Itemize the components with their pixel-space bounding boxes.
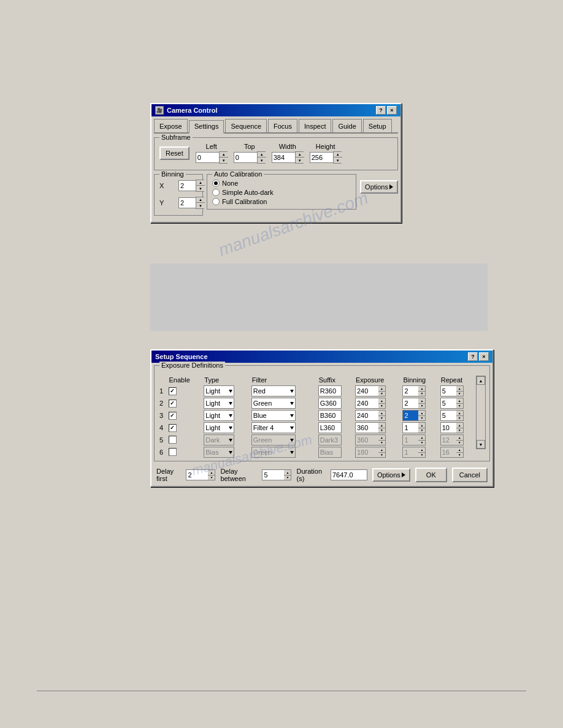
camera-help-button[interactable]: ? <box>376 106 386 115</box>
row-1-filter-dropdown[interactable]: Green <box>251 398 296 409</box>
row-3-filter-dropdown[interactable]: Filter 4 <box>251 422 296 433</box>
row-1-suffix-input[interactable] <box>318 398 342 409</box>
top-spin-down[interactable]: ▼ <box>258 157 266 163</box>
cancel-button[interactable]: Cancel <box>452 468 488 482</box>
tab-expose[interactable]: Expose <box>154 119 188 132</box>
row-3-exp-up[interactable]: ▲ <box>378 423 385 428</box>
tab-setup[interactable]: Setup <box>363 119 392 132</box>
row-1-rep-up[interactable]: ▲ <box>456 398 463 404</box>
row-3-exposure-input[interactable] <box>355 422 378 433</box>
camera-close-button[interactable]: × <box>387 106 397 115</box>
binning-x-input[interactable] <box>178 180 196 191</box>
row-2-checkbox[interactable] <box>169 412 177 420</box>
row-2-bin-up[interactable]: ▲ <box>418 411 425 416</box>
row-1-bin-down[interactable]: ▼ <box>418 404 425 409</box>
row-0-bin-down[interactable]: ▼ <box>418 392 425 396</box>
row-0-checkbox[interactable] <box>169 387 177 395</box>
row-4-checkbox[interactable] <box>169 436 177 444</box>
binning-x-down[interactable]: ▼ <box>196 186 205 191</box>
row-2-rep-down[interactable]: ▼ <box>456 416 463 421</box>
height-spin-down[interactable]: ▼ <box>334 157 342 163</box>
left-input[interactable] <box>196 152 219 163</box>
left-spin-down[interactable]: ▼ <box>220 157 228 163</box>
row-0-filter-dropdown[interactable]: Red <box>251 385 296 396</box>
top-spin-up[interactable]: ▲ <box>258 152 266 157</box>
row-1-exp-down[interactable]: ▼ <box>378 404 385 409</box>
delay-first-up[interactable]: ▲ <box>208 470 215 476</box>
delay-between-down[interactable]: ▼ <box>284 476 291 480</box>
tab-settings[interactable]: Settings <box>189 120 224 134</box>
row-1-exp-up[interactable]: ▲ <box>378 398 385 404</box>
tab-sequence[interactable]: Sequence <box>225 119 267 132</box>
row-3-type-dropdown[interactable]: Light <box>204 422 234 433</box>
height-spin-up[interactable]: ▲ <box>334 152 342 157</box>
row-1-type-dropdown[interactable]: Light <box>204 398 234 409</box>
row-2-filter-dropdown[interactable]: Blue <box>251 410 296 421</box>
row-1-rep-down[interactable]: ▼ <box>456 404 463 409</box>
row-0-suffix-input[interactable] <box>318 385 342 396</box>
binning-y-up[interactable]: ▲ <box>196 197 205 203</box>
delay-first-down[interactable]: ▼ <box>208 476 215 480</box>
setup-help-button[interactable]: ? <box>468 352 478 361</box>
tab-focus[interactable]: Focus <box>268 119 297 132</box>
row-0-rep-down[interactable]: ▼ <box>456 392 463 396</box>
row-2-bin-down[interactable]: ▼ <box>418 416 425 421</box>
scroll-down-arrow[interactable]: ▼ <box>477 440 485 449</box>
binning-y-down[interactable]: ▼ <box>196 203 205 208</box>
seq-scrollbar[interactable]: ▲ ▼ <box>476 376 486 449</box>
row-1-repeat-input[interactable] <box>440 398 456 409</box>
row-2-exposure-input[interactable] <box>355 410 378 421</box>
radio-none[interactable] <box>212 180 220 187</box>
row-5-checkbox[interactable] <box>169 448 177 456</box>
row-2-suffix-input[interactable] <box>318 410 342 421</box>
seq-options-button[interactable]: Options <box>372 468 410 482</box>
reset-button[interactable]: Reset <box>159 146 190 160</box>
setup-close-button[interactable]: × <box>479 352 489 361</box>
row-2-exp-up[interactable]: ▲ <box>378 411 385 416</box>
width-input[interactable] <box>272 152 295 163</box>
row-0-exp-up[interactable]: ▲ <box>378 386 385 392</box>
row-0-repeat-input[interactable] <box>440 385 456 396</box>
top-input[interactable] <box>234 152 257 163</box>
row-2-exp-down[interactable]: ▼ <box>378 416 385 421</box>
row-3-binning-input[interactable] <box>402 422 418 433</box>
row-3-bin-up[interactable]: ▲ <box>418 423 425 428</box>
binning-y-input[interactable] <box>178 197 196 208</box>
tab-guide[interactable]: Guide <box>332 119 361 132</box>
duration-input[interactable] <box>331 469 367 480</box>
row-2-binning-input[interactable] <box>402 410 418 421</box>
row-1-exposure-input[interactable] <box>355 398 378 409</box>
row-0-exposure-input[interactable] <box>355 385 378 396</box>
delay-between-input[interactable] <box>262 469 284 480</box>
row-1-checkbox[interactable] <box>169 400 177 408</box>
radio-full[interactable] <box>212 198 220 205</box>
row-0-type-dropdown[interactable]: Light <box>204 385 234 396</box>
row-3-rep-up[interactable]: ▲ <box>456 423 463 428</box>
options-button[interactable]: Options <box>360 180 398 194</box>
tab-inspect[interactable]: Inspect <box>299 119 331 132</box>
delay-first-input[interactable] <box>186 469 208 480</box>
delay-between-up[interactable]: ▲ <box>284 470 291 476</box>
row-2-rep-up[interactable]: ▲ <box>456 411 463 416</box>
row-0-exp-down[interactable]: ▼ <box>378 392 385 396</box>
left-spin-up[interactable]: ▲ <box>220 152 228 157</box>
row-3-repeat-input[interactable] <box>440 422 456 433</box>
binning-x-up[interactable]: ▲ <box>196 180 205 186</box>
width-spin-down[interactable]: ▼ <box>296 157 304 163</box>
scroll-up-arrow[interactable]: ▲ <box>477 376 485 385</box>
row-0-rep-up[interactable]: ▲ <box>456 386 463 392</box>
row-3-checkbox[interactable] <box>169 424 177 432</box>
height-input[interactable] <box>310 152 333 163</box>
row-3-exp-down[interactable]: ▼ <box>378 428 385 433</box>
row-0-bin-up[interactable]: ▲ <box>418 386 425 392</box>
row-2-repeat-input[interactable] <box>440 410 456 421</box>
row-3-rep-down[interactable]: ▼ <box>456 428 463 433</box>
row-3-bin-down[interactable]: ▼ <box>418 428 425 433</box>
ok-button[interactable]: OK <box>415 468 447 482</box>
width-spin-up[interactable]: ▲ <box>296 152 304 157</box>
row-2-type-dropdown[interactable]: Light <box>204 410 234 421</box>
row-3-suffix-input[interactable] <box>318 422 342 433</box>
scroll-thumb[interactable] <box>477 385 485 440</box>
row-1-binning-input[interactable] <box>402 398 418 409</box>
row-0-binning-input[interactable] <box>402 385 418 396</box>
